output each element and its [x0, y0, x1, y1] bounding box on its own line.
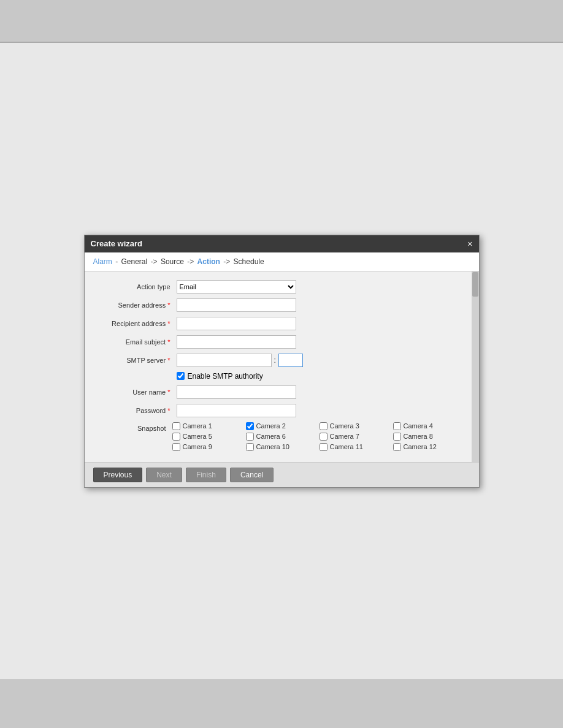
password-row: Password *	[97, 404, 467, 417]
email-subject-row: Email subject *	[97, 335, 467, 349]
smtp-colon: :	[274, 356, 276, 365]
dialog-footer: Previous Next Finish Cancel	[85, 462, 479, 487]
next-button[interactable]: Next	[146, 468, 182, 482]
sender-address-label: Sender address *	[97, 301, 177, 309]
bottom-bar	[0, 679, 563, 728]
camera-5-item: Camera 5	[172, 433, 246, 441]
camera-6-label: Camera 6	[256, 433, 286, 440]
camera-10-label: Camera 10	[256, 443, 289, 450]
top-bar	[0, 0, 563, 43]
smtp-required-star: *	[167, 357, 170, 364]
recipient-address-input[interactable]	[177, 317, 296, 330]
camera-9-checkbox[interactable]	[172, 443, 180, 451]
scrollbar-track[interactable]	[472, 271, 479, 462]
camera-5-label: Camera 5	[183, 433, 212, 440]
recipient-required-star: *	[167, 320, 170, 327]
breadcrumb-sep1: -	[113, 257, 120, 266]
camera-4-label: Camera 4	[404, 422, 433, 430]
camera-7-item: Camera 7	[320, 433, 393, 441]
camera-3-checkbox[interactable]	[320, 422, 327, 430]
email-subject-input[interactable]	[177, 335, 296, 349]
dialog-overlay: Create wizard × Alarm - General -> Sourc…	[84, 235, 480, 488]
camera-11-checkbox[interactable]	[320, 443, 327, 451]
breadcrumb-arrow3: ->	[221, 257, 232, 266]
camera-12-label: Camera 12	[404, 443, 437, 450]
sender-address-row: Sender address *	[97, 298, 467, 312]
dialog-body-wrapper: Action type Email FTP Record PTZ Sender …	[85, 271, 479, 462]
action-type-select[interactable]: Email FTP Record PTZ	[177, 280, 296, 294]
password-required-star: *	[167, 407, 170, 414]
dialog-close-button[interactable]: ×	[467, 239, 472, 249]
camera-2-label: Camera 2	[256, 422, 286, 430]
sender-required-star: *	[167, 301, 170, 309]
camera-11-item: Camera 11	[320, 443, 393, 451]
smtp-port-input[interactable]: 25	[278, 354, 303, 367]
camera-9-item: Camera 9	[172, 443, 246, 451]
smtp-server-label: SMTP server *	[97, 357, 177, 364]
camera-2-item: Camera 2	[246, 422, 320, 430]
snapshot-section: Snapshot Camera 1 Camera 2	[97, 422, 467, 453]
camera-row-2: Camera 5 Camera 6 Camera 7	[172, 433, 467, 441]
action-type-row: Action type Email FTP Record PTZ	[97, 280, 467, 294]
enable-smtp-label: Enable SMTP authority	[188, 372, 263, 381]
smtp-server-row: SMTP server * : 25	[97, 354, 467, 367]
breadcrumb-schedule: Schedule	[234, 257, 264, 266]
camera-10-checkbox[interactable]	[246, 443, 254, 451]
enable-smtp-row: Enable SMTP authority	[97, 372, 467, 381]
cancel-button[interactable]: Cancel	[230, 468, 274, 482]
dialog-body: Action type Email FTP Record PTZ Sender …	[85, 271, 479, 462]
snapshot-label: Snapshot	[97, 422, 172, 453]
smtp-server-input[interactable]	[177, 354, 272, 367]
breadcrumb-source: Source	[161, 257, 184, 266]
camera-10-item: Camera 10	[246, 443, 320, 451]
user-name-label: User name *	[97, 389, 177, 396]
camera-11-label: Camera 11	[330, 443, 363, 450]
email-subject-label: Email subject *	[97, 338, 177, 346]
camera-8-label: Camera 8	[404, 433, 433, 440]
camera-5-checkbox[interactable]	[172, 433, 180, 441]
camera-6-checkbox[interactable]	[246, 433, 254, 441]
breadcrumb: Alarm - General -> Source -> Action -> S…	[85, 252, 479, 271]
action-type-label: Action type	[97, 283, 177, 290]
password-label: Password *	[97, 407, 177, 414]
camera-7-checkbox[interactable]	[320, 433, 327, 441]
dialog-titlebar: Create wizard ×	[85, 235, 479, 252]
email-subject-required-star: *	[167, 338, 170, 346]
camera-8-checkbox[interactable]	[393, 433, 401, 441]
camera-6-item: Camera 6	[246, 433, 320, 441]
camera-row-1: Camera 1 Camera 2 Camera 3	[172, 422, 467, 430]
camera-7-label: Camera 7	[330, 433, 359, 440]
username-required-star: *	[167, 389, 170, 396]
camera-4-checkbox[interactable]	[393, 422, 401, 430]
camera-2-checkbox[interactable]	[246, 422, 254, 430]
scrollbar-thumb[interactable]	[472, 272, 478, 297]
sender-address-input[interactable]	[177, 298, 296, 312]
camera-1-checkbox[interactable]	[172, 422, 180, 430]
camera-1-label: Camera 1	[183, 422, 212, 430]
user-name-row: User name *	[97, 385, 467, 399]
camera-12-item: Camera 12	[393, 443, 467, 451]
camera-1-item: Camera 1	[172, 422, 246, 430]
enable-smtp-checkbox[interactable]	[177, 372, 185, 380]
finish-button[interactable]: Finish	[186, 468, 226, 482]
camera-row-3: Camera 9 Camera 10 Camera 11	[172, 443, 467, 451]
camera-4-item: Camera 4	[393, 422, 467, 430]
password-input[interactable]	[177, 404, 296, 417]
user-name-input[interactable]	[177, 385, 296, 399]
camera-3-item: Camera 3	[320, 422, 393, 430]
create-wizard-dialog: Create wizard × Alarm - General -> Sourc…	[84, 235, 480, 488]
breadcrumb-action: Action	[197, 257, 220, 266]
breadcrumb-arrow1: ->	[148, 257, 159, 266]
snapshot-row: Snapshot Camera 1 Camera 2	[97, 422, 467, 453]
camera-3-label: Camera 3	[330, 422, 359, 430]
breadcrumb-general: General	[121, 257, 148, 266]
breadcrumb-alarm[interactable]: Alarm	[93, 257, 112, 266]
main-content: manualshlve.com Create wizard × Alarm - …	[0, 43, 563, 679]
camera-12-checkbox[interactable]	[393, 443, 401, 451]
camera-9-label: Camera 9	[183, 443, 212, 450]
previous-button[interactable]: Previous	[93, 468, 143, 482]
breadcrumb-arrow2: ->	[185, 257, 196, 266]
recipient-address-row: Recipient address *	[97, 317, 467, 330]
recipient-address-label: Recipient address *	[97, 320, 177, 327]
camera-grid: Camera 1 Camera 2 Camera 3	[172, 422, 467, 453]
